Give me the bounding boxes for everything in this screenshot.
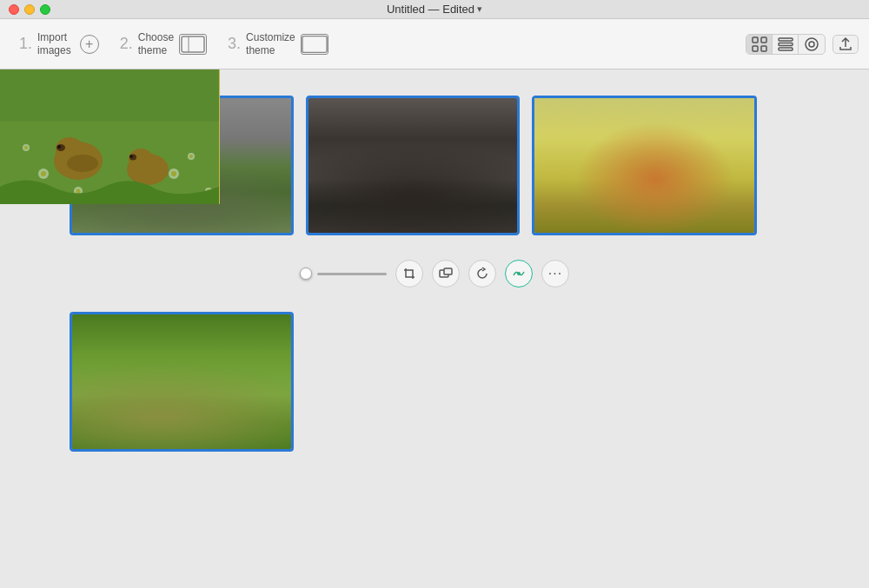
toolbar: 1. Importimages + 2. Choosetheme 3. Cust… (0, 19, 869, 69)
step3-number: 3. (228, 35, 241, 53)
wolf-image (308, 98, 517, 233)
step1-label: Importimages (37, 31, 71, 56)
photo-red-squirrel[interactable] (532, 96, 757, 235)
window-title: Untitled — Edited (387, 3, 474, 16)
step1-number: 1. (19, 35, 32, 53)
view-toggle-group (746, 34, 826, 55)
more-options-button[interactable]: ··· (541, 260, 569, 287)
goslings-image (72, 314, 291, 449)
svg-rect-7 (779, 38, 793, 41)
photo-wolf[interactable] (306, 96, 520, 235)
svg-rect-3 (753, 37, 758, 43)
svg-point-11 (809, 42, 814, 47)
traffic-lights (9, 4, 50, 15)
svg-rect-2 (302, 36, 327, 52)
photo-goslings[interactable] (70, 312, 294, 452)
add-images-button[interactable]: + (80, 35, 99, 54)
resize-button[interactable] (432, 260, 460, 287)
svg-rect-0 (182, 36, 204, 52)
zoom-slider[interactable] (300, 268, 387, 280)
titlebar: Untitled — Edited ▾ (0, 0, 869, 19)
view-grid-button[interactable] (746, 35, 773, 54)
view-list-button[interactable] (773, 35, 799, 54)
crop-button[interactable] (395, 260, 423, 287)
step3-icon (301, 34, 328, 55)
svg-point-10 (806, 38, 818, 50)
view-preview-button[interactable] (799, 35, 825, 54)
rotate-button[interactable] (468, 260, 496, 287)
step-import-images[interactable]: 1. Importimages + (10, 26, 108, 62)
toolbar-right (746, 34, 859, 55)
step-customize-theme[interactable]: 3. Customizetheme (219, 26, 337, 62)
photo-grid: ··· (0, 69, 869, 478)
svg-rect-4 (761, 37, 766, 43)
svg-rect-57 (444, 268, 452, 274)
red-squirrel-image (534, 98, 754, 233)
maximize-button[interactable] (40, 4, 50, 15)
enhance-button[interactable] (505, 260, 533, 287)
share-button[interactable] (833, 35, 859, 54)
svg-rect-6 (761, 46, 766, 51)
slider-track[interactable] (317, 273, 387, 275)
step2-number: 2. (120, 35, 133, 53)
close-button[interactable] (9, 4, 19, 15)
photo-row-2 (70, 312, 799, 452)
step2-icon (179, 34, 207, 55)
svg-point-58 (517, 272, 521, 275)
minimize-button[interactable] (24, 4, 35, 15)
step2-label: Choosetheme (138, 31, 174, 56)
photo-toolbar: ··· (70, 253, 799, 294)
toolbar-steps: 1. Importimages + 2. Choosetheme 3. Cust… (10, 26, 746, 62)
step3-label: Customizetheme (246, 31, 295, 56)
svg-rect-8 (779, 43, 793, 45)
main-content[interactable]: ··· (0, 69, 869, 588)
svg-rect-5 (753, 46, 758, 51)
svg-rect-9 (779, 48, 793, 50)
title-dropdown-icon[interactable]: ▾ (477, 3, 482, 15)
step-choose-theme[interactable]: 2. Choosetheme (111, 26, 216, 62)
slider-thumb[interactable] (300, 268, 312, 280)
